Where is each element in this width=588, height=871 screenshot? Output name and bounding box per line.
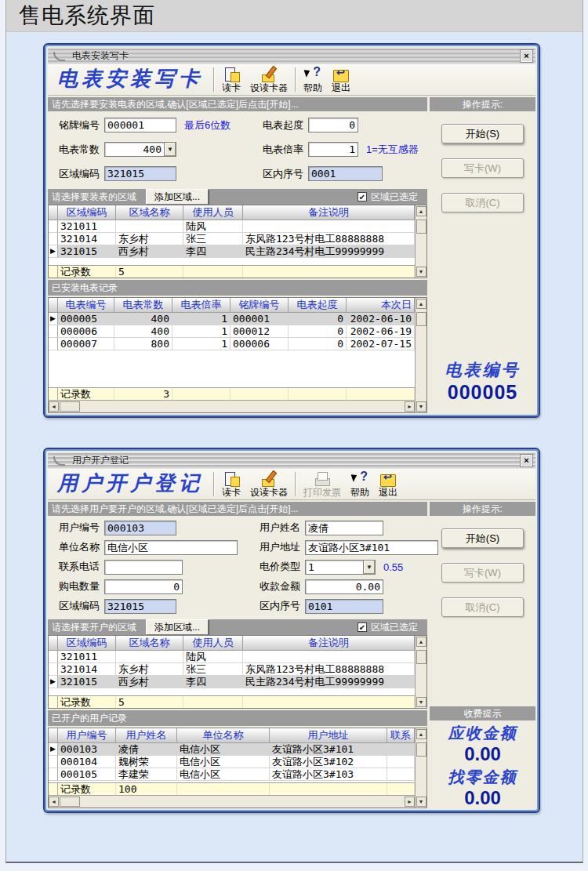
- table-row[interactable]: 321014 东乡村 张三 东风路123号村电工88888888: [49, 663, 415, 676]
- table-row[interactable]: 000105 李建荣 电信小区 友谊路小区3#103: [49, 768, 415, 781]
- scroll-right-icon[interactable]: ►: [405, 797, 415, 807]
- scroll-down-icon[interactable]: ▼: [416, 267, 426, 277]
- card-reader-icon: [260, 471, 278, 487]
- scroll-down-icon[interactable]: ▼: [416, 401, 426, 412]
- change-value: 0.00: [430, 788, 535, 808]
- column-header[interactable]: 铭牌编号: [230, 298, 289, 313]
- column-header[interactable]: 电表倍率: [172, 298, 230, 313]
- help-button[interactable]: 帮助: [299, 64, 327, 95]
- scroll-left-icon[interactable]: ◄: [49, 797, 59, 807]
- add-region-button[interactable]: 添加区域...: [146, 619, 209, 635]
- amount-due-value: 0.00: [430, 744, 535, 764]
- quantity-input[interactable]: 0: [104, 579, 183, 594]
- phone-input[interactable]: [104, 560, 183, 575]
- column-header[interactable]: 用户姓名: [116, 728, 177, 743]
- combo-arrow-icon[interactable]: ▼: [363, 560, 376, 575]
- horizontal-scrollbar[interactable]: ◄ ►: [49, 795, 415, 807]
- ratio-input[interactable]: 1: [308, 142, 358, 157]
- column-header[interactable]: 电表常数: [114, 298, 172, 313]
- start-reading-input[interactable]: 0: [308, 118, 358, 132]
- column-header[interactable]: 使用人员: [183, 636, 243, 651]
- combo-arrow-icon[interactable]: ▼: [164, 142, 176, 157]
- scroll-down-icon[interactable]: ▼: [416, 697, 426, 707]
- set-reader-button[interactable]: 设读卡器: [245, 469, 292, 499]
- operation-panel: 操作提示: 开始(S) 写卡(W) 取消(C) 电表编号 000005: [430, 97, 535, 413]
- scroll-thumb[interactable]: [416, 650, 426, 664]
- start-button[interactable]: 开始(S): [441, 528, 524, 548]
- column-header[interactable]: 区域编码: [58, 205, 116, 220]
- help-button[interactable]: 帮助: [346, 469, 374, 499]
- table-row[interactable]: 321014 东乡村 张三 东风路123号村电工88888888: [49, 233, 415, 245]
- titlebar[interactable]: 用户开户登记 ×: [48, 452, 535, 469]
- column-header[interactable]: 用户地址: [270, 728, 387, 743]
- amount-input[interactable]: 0.00: [305, 579, 383, 594]
- table-row[interactable]: 000007 800 1 000006 0 2002-07-15: [49, 338, 415, 350]
- scroll-thumb[interactable]: [416, 220, 426, 234]
- scroll-left-icon[interactable]: ◄: [49, 401, 59, 412]
- toolbar: 用户开户登记 读卡 设读卡器 打印发票 帮助 退出: [48, 469, 535, 500]
- scroll-up-icon[interactable]: ▲: [416, 206, 426, 216]
- table-row-selected[interactable]: ▶ 321015 西乡村 李四 民主路234号村电工99999999: [49, 676, 415, 688]
- column-header[interactable]: 用户编号: [58, 728, 116, 743]
- window-user-registration: 用户开户登记 × 用户开户登记 读卡 设读卡器 打印发票 帮助 退出 请先选择用…: [43, 448, 540, 813]
- vertical-scrollbar[interactable]: ▲ ▼: [415, 728, 426, 807]
- scroll-up-icon[interactable]: ▲: [416, 299, 426, 309]
- field-label: 收款金额: [260, 579, 305, 593]
- address-input[interactable]: 友谊路小区3#101: [305, 540, 438, 555]
- field-label: 电表倍率: [263, 143, 308, 157]
- read-card-button[interactable]: 读卡: [217, 469, 245, 499]
- table-row-selected[interactable]: ▶ 000103 凌倩 电信小区 友谊路小区3#101: [49, 743, 415, 756]
- field-label: 用户编号: [59, 521, 104, 535]
- table-row[interactable]: 000104 魏树荣 电信小区 友谊路小区3#102: [49, 756, 415, 768]
- close-icon[interactable]: ×: [521, 50, 532, 62]
- close-icon[interactable]: ×: [521, 455, 532, 466]
- region-selected-checkbox[interactable]: ✔ 区域已选定: [358, 191, 427, 204]
- scroll-up-icon[interactable]: ▲: [416, 729, 426, 739]
- unit-name-input[interactable]: 电信小区: [104, 540, 238, 555]
- column-header[interactable]: 电表起度: [289, 298, 347, 313]
- column-header[interactable]: 备注说明: [243, 636, 415, 651]
- column-header[interactable]: 区域编码: [58, 636, 116, 651]
- vertical-scrollbar[interactable]: ▲ ▼: [415, 205, 426, 278]
- meter-number-label: 电表编号: [430, 359, 535, 381]
- nameplate-input[interactable]: 000001: [104, 118, 176, 132]
- column-header[interactable]: 备注说明: [243, 205, 415, 220]
- checkbox-check-icon[interactable]: ✔: [358, 192, 367, 201]
- table-row[interactable]: 321011 陆风: [49, 651, 415, 663]
- table-row-selected[interactable]: ▶ 321015 西乡村 李四 民主路234号村电工99999999: [49, 245, 415, 258]
- set-reader-button[interactable]: 设读卡器: [245, 64, 292, 95]
- column-header[interactable]: 单位名称: [177, 728, 270, 743]
- titlebar[interactable]: 电表安装写卡 ×: [48, 48, 535, 64]
- read-card-button[interactable]: 读卡: [217, 64, 245, 95]
- meter-constant-select[interactable]: 400 ▼: [104, 142, 176, 157]
- price-type-select[interactable]: 1 ▼: [305, 560, 376, 575]
- user-name-input[interactable]: 凌倩: [305, 521, 383, 535]
- scroll-thumb[interactable]: [60, 401, 80, 412]
- column-header[interactable]: 区域名称: [116, 205, 183, 220]
- table-row[interactable]: 321011 陆风: [49, 220, 415, 233]
- column-header[interactable]: 本次日: [347, 298, 415, 313]
- checkbox-check-icon[interactable]: ✔: [358, 622, 367, 632]
- horizontal-scrollbar[interactable]: ◄ ►: [49, 400, 415, 412]
- scroll-thumb[interactable]: [416, 312, 426, 326]
- current-row-icon: ▶: [49, 743, 58, 756]
- serial-field: 0001: [308, 166, 383, 181]
- exit-button[interactable]: 退出: [374, 469, 402, 499]
- scroll-down-icon[interactable]: ▼: [416, 797, 426, 807]
- column-header[interactable]: 电表编号: [58, 298, 114, 313]
- column-header[interactable]: 使用人员: [183, 205, 243, 220]
- column-header[interactable]: 区域名称: [116, 636, 183, 651]
- vertical-scrollbar[interactable]: ▲ ▼: [415, 298, 426, 412]
- scroll-up-icon[interactable]: ▲: [416, 637, 426, 647]
- vertical-scrollbar[interactable]: ▲ ▼: [415, 636, 426, 708]
- exit-button[interactable]: 退出: [327, 64, 355, 95]
- scroll-thumb[interactable]: [416, 742, 426, 757]
- column-header[interactable]: 联系: [387, 728, 415, 743]
- table-row-selected[interactable]: ▶ 000005 400 1 000001 0 2002-06-10: [49, 313, 415, 325]
- region-selected-checkbox[interactable]: ✔ 区域已选定: [358, 621, 427, 634]
- add-region-button[interactable]: 添加区域...: [146, 189, 209, 205]
- table-row[interactable]: 000006 400 1 000012 0 2002-06-19: [49, 325, 415, 338]
- scroll-right-icon[interactable]: ►: [405, 401, 415, 412]
- start-button[interactable]: 开始(S): [441, 124, 524, 143]
- scroll-thumb[interactable]: [60, 797, 80, 807]
